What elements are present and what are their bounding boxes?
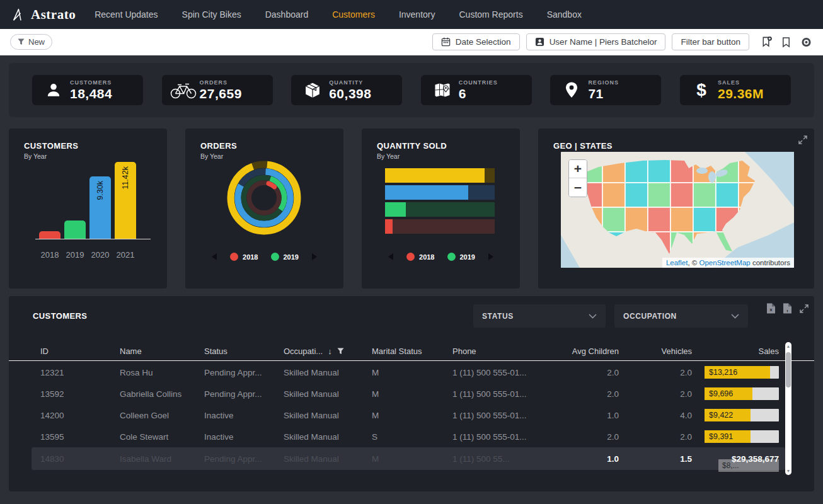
kpi-label: ORDERS <box>200 79 242 86</box>
table-row[interactable]: 14200Colleen GoelInactiveSkilled ManualM… <box>9 404 814 426</box>
x-tick-2018: 2018 <box>39 250 60 260</box>
column-header-phone[interactable]: Phone <box>452 346 553 356</box>
quantity-bar-1[interactable] <box>385 168 495 183</box>
export-excel-icon[interactable]: x <box>766 303 776 314</box>
quantity-bar-3[interactable] <box>385 202 495 217</box>
bar-2020[interactable]: 9.30k <box>89 176 111 239</box>
bar-2019[interactable] <box>64 220 86 239</box>
quantity-bar-2[interactable] <box>385 185 495 200</box>
quantity-bar-4[interactable] <box>385 219 495 234</box>
cell-vehicles: 4.0 <box>619 411 692 420</box>
pin-icon <box>555 81 588 99</box>
leaflet-link[interactable]: Leaflet <box>666 259 688 266</box>
column-header-status[interactable]: Status <box>204 346 284 356</box>
bookmark-add-icon[interactable] <box>761 36 773 48</box>
kpi-text: CUSTOMERS18,484 <box>70 79 112 101</box>
nav-item-recent-updates[interactable]: Recent Updates <box>95 9 158 20</box>
legend-item-2019[interactable]: 2019 <box>271 253 299 261</box>
export-csv-icon[interactable]: , <box>783 303 792 314</box>
scrollbar-thumb[interactable] <box>786 352 791 387</box>
zoom-out-button[interactable]: − <box>569 178 587 197</box>
legend-dot <box>230 253 238 261</box>
kpi-label: COUNTRIES <box>459 79 498 86</box>
kpi-label: REGIONS <box>588 79 619 86</box>
bar-2021[interactable]: 11.42k <box>115 162 136 239</box>
column-header-avg-children[interactable]: Avg Children <box>553 346 619 356</box>
cell-status: Inactive <box>204 411 284 420</box>
bar-2018[interactable] <box>39 231 60 239</box>
x-axis-labels: 2018201920202021 <box>39 250 136 260</box>
bookmark-icon[interactable] <box>781 37 791 48</box>
legend-label: 2018 <box>419 253 434 261</box>
sales-bar: $9,391 <box>705 430 779 443</box>
table-row[interactable]: 13592Gabriella CollinsPending Appr...Ski… <box>9 383 814 404</box>
occupation-filter-dropdown[interactable]: OCCUPATION <box>614 304 748 328</box>
legend-item-2018[interactable]: 2018 <box>230 253 258 261</box>
attribution-rest: contributors <box>751 259 790 266</box>
customers-by-year-card: CUSTOMERS By Year 9.30k11.42k 2018201920… <box>9 129 167 289</box>
legend-item-2019[interactable]: 2019 <box>447 253 475 261</box>
brand[interactable]: Astrato <box>11 7 76 23</box>
obscured-cell-status: Pending Appr... <box>204 454 284 464</box>
leaflet-map[interactable]: + − Leaflet, © OpenStreetMap contributor… <box>561 152 794 268</box>
column-header-marital-status[interactable]: Marital Status <box>372 346 452 356</box>
scroll-up-arrow[interactable]: ▲ <box>785 344 791 348</box>
table-row[interactable]: 12321Rosa HuPending Appr...Skilled Manua… <box>9 362 814 383</box>
expand-icon[interactable] <box>799 304 809 314</box>
top-nav: Astrato Recent UpdatesSpin City BikesDas… <box>0 0 823 29</box>
table-row[interactable]: 13595Cole StewartInactiveSkilled ManualS… <box>9 426 814 447</box>
column-header-id[interactable]: ID <box>40 346 120 356</box>
scroll-down-arrow[interactable]: ▼ <box>785 469 791 473</box>
map-attribution: Leaflet, © OpenStreetMap contributors <box>662 258 794 268</box>
expand-icon[interactable] <box>798 135 808 145</box>
eye-icon[interactable] <box>800 37 813 48</box>
kpi-tile-customers: CUSTOMERS18,484 <box>32 75 143 105</box>
zoom-in-button[interactable]: + <box>569 160 587 178</box>
nav-item-customers[interactable]: Customers <box>332 9 375 20</box>
obscured-cell-name: Isabella Ward <box>120 454 204 464</box>
occupation-filter-label: OCCUPATION <box>623 312 677 321</box>
x-tick-2019: 2019 <box>64 250 86 260</box>
legend-dot <box>406 253 415 261</box>
kpi-tile-sales: $SALES29.36M <box>680 75 791 105</box>
legend-item-2018[interactable]: 2018 <box>406 253 434 261</box>
obscured-cell-occupation: Skilled Manual <box>284 454 372 464</box>
kpi-tile-countries: COUNTRIES6 <box>421 75 532 105</box>
user-button[interactable]: User Name | Piers Batchelor <box>526 33 666 50</box>
column-header-occupati[interactable]: Occupati...↓ <box>284 346 372 356</box>
column-header-vehicles[interactable]: Vehicles <box>619 346 692 356</box>
kpi-tile-orders: ORDERS27,659 <box>162 75 273 105</box>
new-filter-button[interactable]: New <box>10 34 52 50</box>
column-header-sales[interactable]: Sales <box>692 346 779 356</box>
nav-item-dashboard[interactable]: Dashboard <box>265 9 309 20</box>
nav-item-custom-reports[interactable]: Custom Reports <box>459 9 523 20</box>
cell-marital: M <box>372 411 452 420</box>
legend-prev-arrow-icon[interactable] <box>211 253 217 261</box>
cell-marital: M <box>372 368 452 377</box>
legend-next-arrow-icon[interactable] <box>488 253 494 261</box>
date-selection-button[interactable]: Date Selection <box>432 33 520 50</box>
column-header-name[interactable]: Name <box>120 346 204 356</box>
table-total-row: 14830Isabella WardPending Appr...Skilled… <box>9 447 814 470</box>
nav-item-spin-city-bikes[interactable]: Spin City Bikes <box>182 9 241 20</box>
cell-phone: 1 (11) 500 555-01... <box>452 368 553 377</box>
nav-item-sandbox[interactable]: Sandbox <box>547 9 582 20</box>
cell-children: 2.0 <box>553 368 619 377</box>
sort-desc-icon[interactable]: ↓ <box>328 346 332 356</box>
sales-bar: $13,216 <box>705 366 779 379</box>
kpi-text: QUANTITY60,398 <box>329 79 371 101</box>
cell-marital: M <box>372 389 452 399</box>
table-scrollbar[interactable]: ▲ ▼ <box>785 342 791 475</box>
filter-bar-button[interactable]: Filter bar button <box>672 33 749 50</box>
total-sales: $8,...$29,358,677 <box>692 454 779 464</box>
sales-value: $9,422 <box>709 409 733 421</box>
status-filter-dropdown[interactable]: STATUS <box>473 304 606 328</box>
bicycle-icon <box>167 82 200 99</box>
openstreetmap-link[interactable]: OpenStreetMap <box>699 259 751 266</box>
legend-prev-arrow-icon[interactable] <box>388 253 394 261</box>
cell-id: 13595 <box>40 432 120 442</box>
legend-next-arrow-icon[interactable] <box>311 253 318 261</box>
kpi-tile-regions: REGIONS71 <box>550 75 661 105</box>
filter-funnel-icon[interactable] <box>337 348 344 355</box>
nav-item-inventory[interactable]: Inventory <box>399 9 435 20</box>
